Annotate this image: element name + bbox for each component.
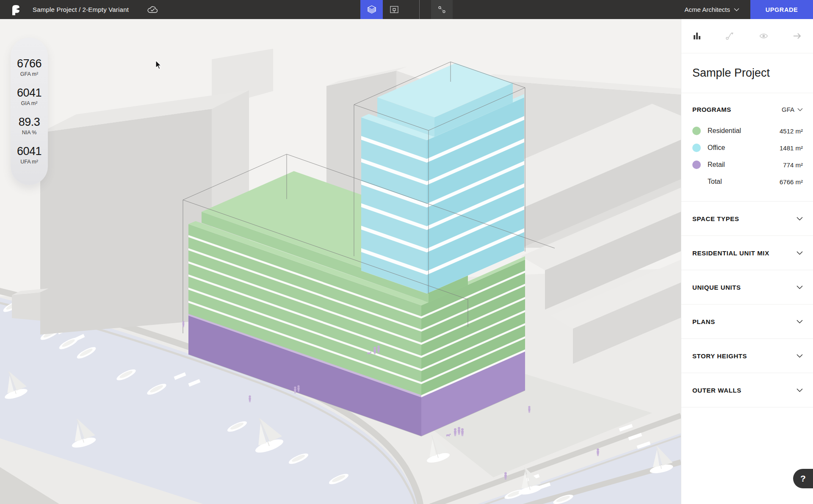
stat-nia: 89.3 NIA % xyxy=(19,116,40,136)
program-value: 1481 m² xyxy=(780,144,803,152)
chevron-down-icon xyxy=(796,217,803,221)
chevron-down-icon xyxy=(796,320,803,324)
eye-icon xyxy=(759,31,769,41)
program-row-retail: Retail 774 m² xyxy=(692,156,803,173)
residential-color-dot xyxy=(692,127,701,135)
breadcrumb[interactable]: Sample Project / 2-Empty Variant xyxy=(33,6,129,13)
chevron-down-icon xyxy=(734,8,739,11)
topbar: Sample Project / 2-Empty Variant xyxy=(0,0,813,19)
program-row-residential: Residential 4512 m² xyxy=(692,122,803,139)
stat-ufa: 6041 UFA m² xyxy=(17,146,41,165)
program-name: Office xyxy=(708,144,725,152)
topbar-right: Acme Architects UPGRADE xyxy=(684,0,813,19)
section-label: UNIQUE UNITS xyxy=(692,284,741,291)
statistics-tab[interactable] xyxy=(692,31,702,41)
measure-icon xyxy=(437,5,447,14)
stat-gia: 6041 GIA m² xyxy=(17,87,41,106)
stat-label: NIA % xyxy=(19,130,40,136)
retail-color-dot xyxy=(692,161,701,169)
project-title: Sample Project xyxy=(692,66,770,80)
section-story-heights[interactable]: STORY HEIGHTS xyxy=(681,339,813,373)
program-name: Retail xyxy=(708,161,725,169)
section-label: PLANS xyxy=(692,318,715,325)
program-name: Residential xyxy=(708,127,741,135)
stat-gfa: 6766 GFA m² xyxy=(17,58,41,77)
3d-scene xyxy=(0,19,681,504)
chevron-down-icon xyxy=(796,388,803,392)
finch-logo[interactable] xyxy=(10,4,22,16)
section-residential-unit-mix[interactable]: RESIDENTIAL UNIT MIX xyxy=(681,236,813,270)
upgrade-button[interactable]: UPGRADE xyxy=(750,0,813,19)
measure-tool-button[interactable] xyxy=(431,0,453,19)
inspector-sidebar: Sample Project PROGRAMS GFA Residential … xyxy=(681,19,813,504)
stat-label: GFA m² xyxy=(17,71,41,77)
org-switcher[interactable]: Acme Architects xyxy=(684,6,739,13)
toolbar-divider xyxy=(419,0,420,19)
chevron-down-icon xyxy=(796,354,803,358)
office-tower xyxy=(361,63,524,294)
unit-value: GFA xyxy=(782,106,794,113)
unit-selector[interactable]: GFA xyxy=(782,106,803,113)
stats-panel: 6766 GFA m² 6041 GIA m² 89.3 NIA % 6041 … xyxy=(11,38,48,185)
program-value: 4512 m² xyxy=(780,127,803,135)
project-title-row: Sample Project xyxy=(681,53,813,93)
section-label: OUTER WALLS xyxy=(692,387,741,394)
help-button[interactable]: ? xyxy=(793,469,813,488)
program-row-office: Office 1481 m² xyxy=(692,139,803,156)
stat-value: 6766 xyxy=(17,58,41,69)
stat-label: GIA m² xyxy=(17,100,41,106)
program-value: 774 m² xyxy=(783,161,803,169)
3d-view-button[interactable] xyxy=(360,0,383,19)
3d-viewport[interactable]: 6766 GFA m² 6041 GIA m² 89.3 NIA % 6041 … xyxy=(0,19,681,504)
plan-view-button[interactable] xyxy=(383,0,405,19)
total-value: 6766 m² xyxy=(780,178,803,186)
chevron-down-icon xyxy=(796,251,803,255)
view-toolbar xyxy=(360,0,453,19)
section-outer-walls[interactable]: OUTER WALLS xyxy=(681,373,813,407)
section-space-types[interactable]: SPACE TYPES xyxy=(681,202,813,236)
programs-panel: PROGRAMS GFA Residential 4512 m² Office … xyxy=(681,93,813,202)
spline-path-icon xyxy=(725,31,735,41)
finch-logo-icon xyxy=(10,4,22,16)
upgrade-label: UPGRADE xyxy=(766,6,798,13)
visibility-tab[interactable] xyxy=(759,31,769,41)
spline-tab[interactable] xyxy=(725,31,735,41)
sidebar-toolbar xyxy=(681,19,813,53)
section-unique-units[interactable]: UNIQUE UNITS xyxy=(681,270,813,305)
cloud-sync-icon xyxy=(147,5,158,14)
stat-value: 6041 xyxy=(17,146,41,157)
section-label: STORY HEIGHTS xyxy=(692,352,747,360)
org-name: Acme Architects xyxy=(684,6,730,13)
chevron-down-icon xyxy=(796,285,803,289)
office-color-dot xyxy=(692,144,701,152)
stat-value: 6041 xyxy=(17,87,41,99)
help-label: ? xyxy=(800,474,806,484)
stat-value: 89.3 xyxy=(19,116,40,128)
chevron-down-icon xyxy=(797,108,803,111)
arrow-right-icon xyxy=(792,31,802,41)
stat-label: UFA m² xyxy=(17,159,41,165)
bar-chart-icon xyxy=(692,31,702,41)
plan-view-icon xyxy=(389,5,399,14)
section-label: RESIDENTIAL UNIT MIX xyxy=(692,249,769,257)
section-plans[interactable]: PLANS xyxy=(681,305,813,339)
programs-header: PROGRAMS xyxy=(692,106,731,113)
3d-cube-icon xyxy=(367,5,377,14)
total-label: Total xyxy=(708,178,722,186)
export-tab[interactable] xyxy=(792,31,802,41)
program-row-total: Total 6766 m² xyxy=(692,173,803,190)
section-label: SPACE TYPES xyxy=(692,215,739,222)
